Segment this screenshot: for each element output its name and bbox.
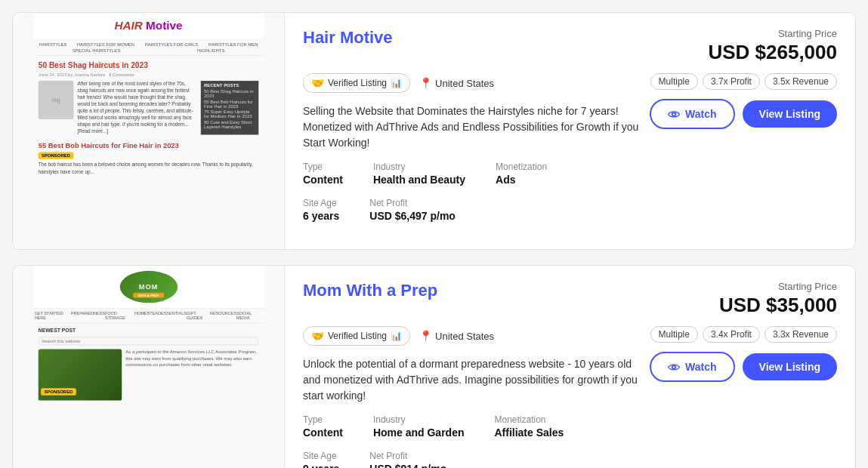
meta-monetization-label-1: Monetization xyxy=(496,162,547,172)
meta-type-value-1: Content xyxy=(303,174,343,186)
listing-actions-2: Watch View Listing xyxy=(650,352,837,382)
multiples-row-2: Multiple 3.4x Profit 3.3x Revenue xyxy=(650,326,837,343)
verified-icon-1: 🤝 xyxy=(311,77,324,89)
meta-site-age-1: Site Age 6 years xyxy=(303,198,339,222)
meta-industry-value-1: Health and Beauty xyxy=(373,174,465,186)
meta-type-1: Type Content xyxy=(303,162,343,186)
meta-type-value-2: Content xyxy=(303,426,343,439)
verified-label-1: Verified Listing xyxy=(328,78,387,88)
meta-net-profit-value-2: USD $914 p/mo xyxy=(369,463,446,468)
meta-industry-label-2: Industry xyxy=(373,414,465,425)
price-value-1: USD $265,000 xyxy=(708,41,837,64)
meta-type-label-1: Type xyxy=(303,162,343,172)
meta-net-profit-2: Net Profit USD $914 p/mo xyxy=(369,451,446,468)
meta-net-profit-value-1: USD $6,497 p/mo xyxy=(369,210,456,222)
meta-type-label-2: Type xyxy=(303,414,343,425)
price-block-2: Starting Price USD $35,000 xyxy=(719,281,837,317)
multiples-row-1: Multiple 3.7x Profit 3.5x Revenue xyxy=(650,73,837,90)
pin-icon-1: 📍 xyxy=(419,77,432,89)
meta-monetization-2: Monetization Affiliate Sales xyxy=(494,414,564,439)
listing-description-2: Unlock the potential of a dormant prepar… xyxy=(303,356,650,404)
view-listing-button-1[interactable]: View Listing xyxy=(743,100,837,128)
price-block-hair-motive: Starting Price USD $265,000 xyxy=(708,28,837,64)
eye-icon-1 xyxy=(668,110,680,119)
meta-site-age-label-2: Site Age xyxy=(303,451,339,461)
svg-point-4 xyxy=(673,366,675,368)
listing-actions-1: Watch View Listing xyxy=(650,99,837,129)
multiple-tag-1-2: 3.5x Revenue xyxy=(765,73,837,90)
badges-row-2: 🤝 Verified Listing 📊 📍 United States xyxy=(303,326,650,346)
meta-monetization-1: Monetization Ads xyxy=(496,162,547,186)
location-badge-1: 📍 United States xyxy=(419,77,494,89)
eye-icon-2 xyxy=(668,363,680,371)
meta-site-age-2: Site Age 9 years xyxy=(303,451,339,468)
verified-badge-1: 🤝 Verified Listing 📊 xyxy=(303,73,410,93)
meta-industry-1: Industry Health and Beauty xyxy=(373,162,465,186)
meta-net-profit-label-1: Net Profit xyxy=(369,198,456,208)
listing-description-1: Selling the Website that Dominates the H… xyxy=(303,103,650,151)
price-value-2: USD $35,000 xyxy=(719,294,837,317)
listing-preview-hair-motive: HAIR Motive HAIRSTYLES HAIRSTYLES FOR WO… xyxy=(13,13,285,249)
listing-title-2[interactable]: Mom With a Prep xyxy=(303,281,437,300)
meta-industry-label-1: Industry xyxy=(373,162,465,172)
svg-point-2 xyxy=(673,113,675,115)
location-badge-2: 📍 United States xyxy=(419,330,494,342)
meta-industry-2: Industry Home and Garden xyxy=(373,414,465,439)
multiple-tag-1-0: Multiple xyxy=(650,73,698,90)
meta-site-age-label-1: Site Age xyxy=(303,198,339,208)
pin-icon-2: 📍 xyxy=(419,330,432,342)
location-label-1: United States xyxy=(435,78,494,89)
watch-button-2[interactable]: Watch xyxy=(650,352,734,382)
meta-site-age-value-1: 6 years xyxy=(303,210,339,222)
watch-button-1[interactable]: Watch xyxy=(650,99,734,129)
verified-badge-2: 🤝 Verified Listing 📊 xyxy=(303,326,410,346)
verified-icon-2: 🤝 xyxy=(311,330,324,342)
listing-card-hair-motive: HAIR Motive HAIRSTYLES HAIRSTYLES FOR WO… xyxy=(12,12,856,250)
listing-meta-3: Type Content Industry Home and Garden Mo… xyxy=(303,414,650,439)
listing-top-hair-motive: Hair Motive Starting Price USD $265,000 xyxy=(303,28,837,64)
chart-icon-1: 📊 xyxy=(391,78,402,88)
view-listing-button-2[interactable]: View Listing xyxy=(743,353,837,380)
meta-industry-value-2: Home and Garden xyxy=(373,426,465,439)
starting-price-label-1: Starting Price xyxy=(708,28,837,39)
multiple-tag-2-0: Multiple xyxy=(650,326,698,343)
right-col-2: Multiple 3.4x Profit 3.3x Revenue Watch … xyxy=(650,326,837,382)
listing-meta-4: Site Age 9 years Net Profit USD $914 p/m… xyxy=(303,451,650,468)
location-label-2: United States xyxy=(435,331,494,342)
listing-preview-mom-with-a-prep: MOM WITH A PREP GET STARTED HERE PREPARE… xyxy=(13,266,285,468)
chart-icon-2: 📊 xyxy=(391,331,402,341)
starting-price-label-2: Starting Price xyxy=(719,281,837,292)
badges-row-1: 🤝 Verified Listing 📊 📍 United States xyxy=(303,73,650,93)
meta-monetization-value-2: Affiliate Sales xyxy=(494,426,564,439)
listing-top-2: Mom With a Prep Starting Price USD $35,0… xyxy=(303,281,837,317)
meta-site-age-value-2: 9 years xyxy=(303,463,339,468)
listing-meta-1: Type Content Industry Health and Beauty … xyxy=(303,162,650,186)
listing-title-hair-motive[interactable]: Hair Motive xyxy=(303,28,393,48)
meta-net-profit-label-2: Net Profit xyxy=(369,451,446,461)
right-col-1: Multiple 3.7x Profit 3.5x Revenue Watch xyxy=(650,73,837,129)
listing-details-hair-motive: Hair Motive Starting Price USD $265,000 … xyxy=(285,13,855,249)
meta-type-2: Type Content xyxy=(303,414,343,439)
meta-monetization-value-1: Ads xyxy=(496,174,547,186)
listing-meta-2: Site Age 6 years Net Profit USD $6,497 p… xyxy=(303,198,650,222)
meta-net-profit-1: Net Profit USD $6,497 p/mo xyxy=(369,198,456,222)
meta-monetization-label-2: Monetization xyxy=(494,414,564,425)
multiple-tag-2-1: 3.4x Profit xyxy=(703,326,760,343)
multiple-tag-2-2: 3.3x Revenue xyxy=(765,326,837,343)
verified-label-2: Verified Listing xyxy=(328,331,387,341)
listing-card-mom-with-a-prep: MOM WITH A PREP GET STARTED HERE PREPARE… xyxy=(12,265,856,468)
multiple-tag-1-1: 3.7x Profit xyxy=(703,73,760,90)
listing-details-mom-with-a-prep: Mom With a Prep Starting Price USD $35,0… xyxy=(285,266,855,468)
